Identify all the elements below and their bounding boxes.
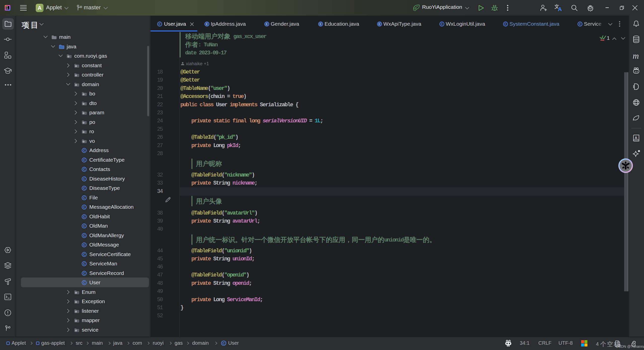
svg-text:A: A xyxy=(635,136,637,140)
svg-text:A: A xyxy=(558,6,562,12)
